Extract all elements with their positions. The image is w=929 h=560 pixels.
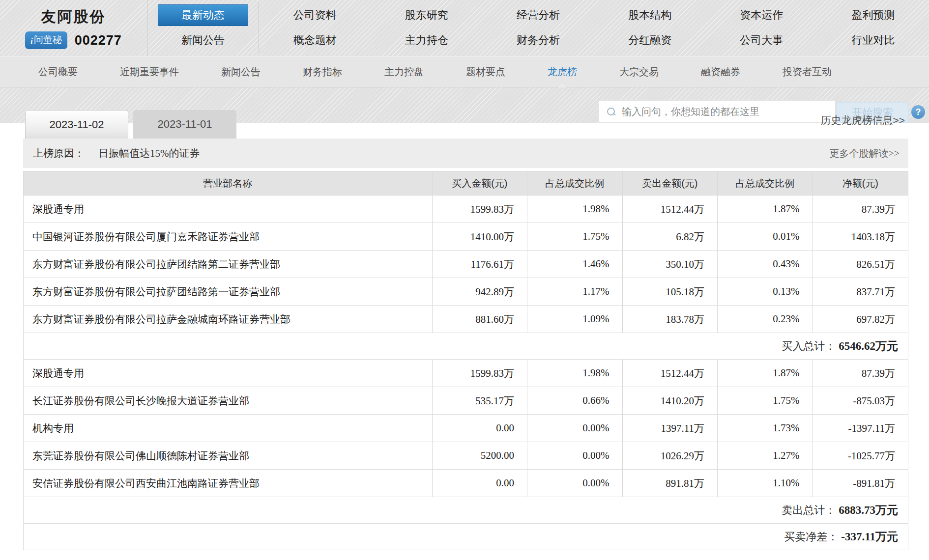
ask-secretary-button[interactable]: i问董秘 [25,31,67,49]
total-value: 6883.73万元 [839,504,898,516]
date-tab[interactable]: 2023-11-01 [133,110,236,139]
nav-item[interactable]: 股本结构 [619,5,680,26]
ask-secretary-icon: i [30,36,32,46]
value-cell: -1397.11万 [813,415,908,442]
nav-item[interactable]: 股东研究 [396,5,457,26]
value-cell: 1026.29万 [622,442,718,470]
table-row: 机构专用0.000.00%1397.11万1.73%-1397.11万 [24,415,908,442]
value-cell: 0.43% [718,251,813,278]
sub-nav: 公司概要近期重要事件新闻公告财务指标主力控盘题材要点龙虎榜大宗交易融资融券投资者… [0,56,929,87]
toolbar-row: 2023-11-022023-11-01 开始搜索 历史龙虎榜信息>> ? [0,87,929,139]
nav-item[interactable]: 最新动态 [158,4,248,26]
sell-total-row: 卖出总计：6883.73万元 [24,497,908,524]
value-cell: 535.17万 [432,387,527,415]
listing-reason-label: 上榜原因： [33,146,85,160]
value-cell: 0.23% [718,306,813,333]
history-longhu-link[interactable]: 历史龙虎榜信息>> [820,113,905,127]
help-icon[interactable]: ? [911,105,925,119]
total-label: 买入总计： [782,340,836,352]
net-diff-row: 买卖净差：-337.11万元 [24,524,908,550]
value-cell: 1.87% [718,196,813,223]
stock-header: 友阿股份 i问董秘 002277 最新动态新闻公告公司资料概念题材股东研究主力持… [0,0,929,56]
page-body: 2023-11-022023-11-01 开始搜索 历史龙虎榜信息>> ? 上榜… [0,87,929,550]
total-value: 6546.62万元 [839,340,898,352]
nav-item[interactable]: 公司大事 [731,30,792,51]
broker-name-cell: 东方财富证券股份有限公司拉萨金融城南环路证券营业部 [24,306,433,333]
nav-column: 股本结构分红融资 [594,2,706,53]
nav-column: 公司资料概念题材 [259,2,371,53]
value-cell: 0.00 [432,470,527,497]
table-row: 安信证券股份有限公司西安曲江池南路证券营业部0.000.00%891.81万1.… [24,470,908,497]
nav-item[interactable]: 资本运作 [731,5,792,26]
nav-item[interactable]: 财务分析 [508,30,569,51]
broker-name-cell: 机构专用 [24,415,433,442]
table-row: 深股通专用1599.83万1.98%1512.44万1.87%87.39万 [24,360,908,387]
total-cell: 买卖净差：-337.11万元 [24,524,908,550]
value-cell: -1025.77万 [813,442,908,470]
value-cell: 1599.83万 [432,196,527,223]
value-cell: -875.03万 [813,387,908,415]
date-tab[interactable]: 2023-11-02 [25,110,128,139]
table-row: 东莞证券股份有限公司佛山顺德陈村证券营业部5200.000.00%1026.29… [24,442,908,470]
table-row: 中国银河证券股份有限公司厦门嘉禾路证券营业部1410.00万1.75%6.82万… [24,223,908,251]
nav-item[interactable]: 分红融资 [619,30,680,51]
subnav-item[interactable]: 融资融券 [701,65,740,79]
broker-table: 营业部名称买入金额(元)占总成交比例卖出金额(元)占总成交比例净额(元) 深股通… [23,171,908,550]
value-cell: 0.00% [527,415,623,442]
nav-item[interactable]: 盈利预测 [842,5,903,26]
subnav-item[interactable]: 题材要点 [466,65,505,79]
value-cell: 1403.18万 [813,223,908,251]
value-cell: 1.27% [718,442,813,470]
nav-item[interactable]: 公司资料 [285,5,346,26]
value-cell: 881.60万 [432,306,527,333]
total-cell: 买入总计：6546.62万元 [24,333,908,360]
value-cell: 1512.44万 [622,196,718,223]
nav-item[interactable]: 主力持仓 [396,30,457,51]
broker-name-cell: 深股通专用 [24,360,433,387]
value-cell: 0.00% [527,442,623,470]
search-input[interactable] [622,106,828,117]
value-cell: 0.01% [718,223,813,251]
table-row: 长江证券股份有限公司长沙晚报大道证券营业部535.17万0.66%1410.20… [24,387,908,415]
nav-item[interactable]: 经营分析 [508,5,569,26]
value-cell: 105.18万 [622,278,718,306]
column-header: 营业部名称 [24,171,433,196]
value-cell: 6.82万 [622,223,718,251]
subnav-item[interactable]: 财务指标 [303,65,342,79]
buy-total-row: 买入总计：6546.62万元 [24,333,908,360]
broker-name-cell: 东莞证券股份有限公司佛山顺德陈村证券营业部 [24,442,433,470]
total-value: -337.11万元 [841,531,898,543]
table-row: 东方财富证券股份有限公司拉萨金融城南环路证券营业部881.60万1.09%183… [24,306,908,333]
content-card: 上榜原因： 日振幅值达15%的证券 更多个股解读>> 营业部名称买入金额(元)占… [23,139,908,550]
value-cell: 1.10% [718,470,813,497]
value-cell: 1410.00万 [432,223,527,251]
subnav-item[interactable]: 新闻公告 [221,65,261,79]
stock-code: 002277 [75,33,122,48]
value-cell: 1397.11万 [622,415,718,442]
nav-item[interactable]: 行业对比 [842,30,903,51]
nav-column: 最新动态新闻公告 [147,2,259,53]
subnav-item[interactable]: 近期重要事件 [120,65,179,79]
subnav-item[interactable]: 公司概要 [38,65,78,79]
subnav-item[interactable]: 大宗交易 [619,65,659,79]
value-cell: 1176.61万 [432,251,527,278]
nav-column: 资本运作公司大事 [706,2,817,53]
total-cell: 卖出总计：6883.73万元 [24,497,908,524]
value-cell: 1.98% [527,196,623,223]
value-cell: 0.13% [718,278,813,306]
subnav-item[interactable]: 主力控盘 [384,65,424,79]
subnav-item[interactable]: 龙虎榜 [548,65,577,79]
subnav-item[interactable]: 投资者互动 [783,65,832,79]
more-stock-analysis-link[interactable]: 更多个股解读>> [829,147,900,160]
value-cell: 0.00% [527,470,623,497]
table-head: 营业部名称买入金额(元)占总成交比例卖出金额(元)占总成交比例净额(元) [24,171,908,196]
value-cell: 5200.00 [432,442,527,470]
table-body: 深股通专用1599.83万1.98%1512.44万1.87%87.39万中国银… [24,196,908,550]
broker-name-cell: 东方财富证券股份有限公司拉萨团结路第一证券营业部 [24,278,433,306]
table-row: 东方财富证券股份有限公司拉萨团结路第二证券营业部1176.61万1.46%350… [24,251,908,278]
nav-item[interactable]: 概念题材 [285,30,346,51]
value-cell: 1.75% [527,223,623,251]
broker-name-cell: 中国银河证券股份有限公司厦门嘉禾路证券营业部 [24,223,433,251]
value-cell: 697.82万 [813,306,908,333]
nav-item[interactable]: 新闻公告 [173,30,233,51]
